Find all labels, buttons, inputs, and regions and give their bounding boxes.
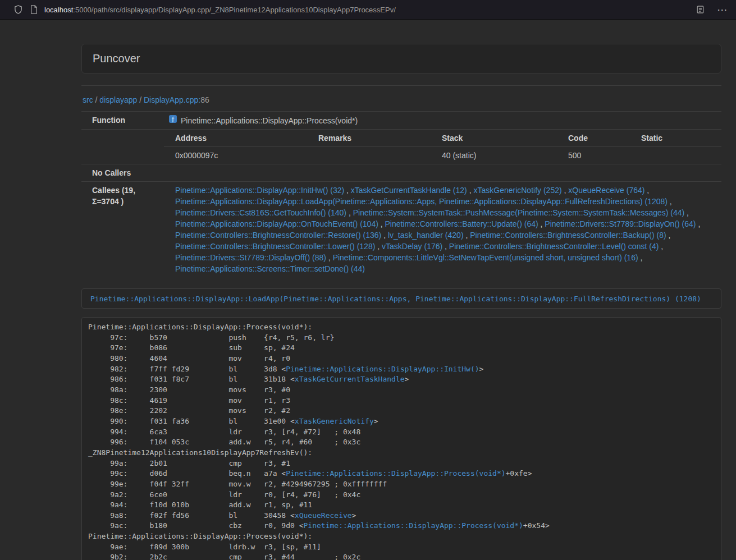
stats-header-row: AddressRemarksStackCodeStatic [164,130,721,147]
breadcrumb-link[interactable]: DisplayApp.cpp: [144,95,200,104]
url-path: :5000/path/src/displayapp/DisplayApp.cpp… [73,6,396,14]
callee-link[interactable]: vTaskDelay (176) [382,242,442,251]
stats-value [307,147,431,164]
callee-separator: , [562,186,569,195]
callees-row: Callees (19, Σ=3704 ) Pinetime::Applicat… [81,182,721,278]
url-text: localhost:5000/path/src/displayapp/Displ… [44,6,396,14]
callee-separator: , [684,208,689,217]
callee-link[interactable]: Pinetime::Applications::DisplayApp::Init… [175,186,344,195]
callee-link[interactable]: Pinetime::Controllers::BrightnessControl… [175,242,375,251]
callee-separator: , [638,253,643,262]
reader-view-icon[interactable] [696,5,705,14]
stats-header: Static [630,130,721,147]
callee-separator: , [538,219,545,228]
symbol-link[interactable]: xTaskGenericNotify [295,417,374,425]
stats-value: 0x0000097c [164,147,307,164]
symbol-link[interactable]: Pinetime::Applications::DisplayApp::Proc… [304,521,523,530]
highlighted-symbol-box: Pinetime::Applications::DisplayApp::Load… [81,288,721,309]
function-label: Function [81,112,164,130]
symbol-link[interactable]: Pinetime::Applications::DisplayApp::Proc… [286,469,505,478]
callee-link[interactable]: lv_task_handler (420) [388,231,464,240]
stats-value [630,147,721,164]
symbol-link[interactable]: xTaskGetCurrentTaskHandle [295,375,405,383]
url-host: localhost [44,6,73,14]
callee-separator: , [326,253,333,262]
callee-link[interactable]: Pinetime::Controllers::BrightnessControl… [470,231,666,240]
callee-link[interactable]: Pinetime::Components::LittleVgl::SetNewT… [333,253,638,262]
function-row: Function ƒ Pinetime::Applications::Displ… [81,112,721,130]
divider [81,85,721,86]
callee-link[interactable]: xTaskGetCurrentTaskHandle (12) [351,186,467,195]
symbol-link[interactable]: xQueueReceive [295,511,352,520]
breadcrumb-line-number: 86 [200,95,209,104]
callee-separator: , [644,186,649,195]
callees-label: Callees (19, Σ=3704 ) [81,182,164,278]
callee-separator: , [464,231,470,240]
stats-row: AddressRemarksStackCodeStatic 0x0000097c… [81,130,721,164]
stats-value: 500 [557,147,630,164]
breadcrumb-separator: / [137,95,144,104]
callee-separator: , [381,231,388,240]
app-title[interactable]: Puncover [93,52,140,65]
callee-link[interactable]: xQueueReceive (764) [568,186,644,195]
callee-link[interactable]: Pinetime::Applications::DisplayApp::Load… [175,197,668,206]
page-info-icon[interactable] [30,5,38,14]
callee-separator: , [375,242,382,251]
callee-link[interactable]: Pinetime::Applications::Screens::Timer::… [175,264,365,273]
callee-link[interactable]: Pinetime::Drivers::St7789::DisplayOn() (… [545,219,696,228]
disassembly: Pinetime::Applications::DisplayApp::Proc… [81,317,721,560]
highlighted-symbol-link[interactable]: Pinetime::Applications::DisplayApp::Load… [90,295,701,303]
callee-link[interactable]: Pinetime::Controllers::Battery::Update()… [385,219,538,228]
callee-link[interactable]: Pinetime::Drivers::St7789::DisplayOff() … [175,253,326,262]
stats-header: Code [557,130,630,147]
callees-list: Pinetime::Applications::DisplayApp::Init… [175,185,717,274]
stats-header: Stack [431,130,557,147]
function-icon: ƒ [168,114,177,126]
callee-link[interactable]: Pinetime::Controllers::BrightnessControl… [449,242,659,251]
callee-separator: , [467,186,474,195]
callee-link[interactable]: xTaskGenericNotify (252) [473,186,561,195]
function-name: Pinetime::Applications::DisplayApp::Proc… [181,115,358,126]
svg-text:ƒ: ƒ [171,116,175,122]
url-bar[interactable]: localhost:5000/path/src/displayapp/Displ… [30,2,689,17]
function-table: Function ƒ Pinetime::Applications::Displ… [81,111,721,277]
stats-value-row: 0x0000097c40 (static)500 [164,147,721,164]
page-container: Puncover src / displayapp / DisplayApp.c… [81,44,721,560]
no-callers-label: No Callers [81,164,164,182]
breadcrumb-separator: / [93,95,100,104]
callee-separator: , [659,242,663,251]
stats-table: AddressRemarksStackCodeStatic 0x0000097c… [164,130,721,164]
breadcrumb-link[interactable]: displayapp [99,95,137,104]
callee-separator: , [344,186,351,195]
stats-value: 40 (static) [431,147,557,164]
callee-separator: , [666,231,671,240]
app-title-banner: Puncover [81,44,721,74]
overflow-menu-icon[interactable]: ⋯ [717,4,728,15]
chrome-actions: ⋯ [696,4,728,15]
callee-separator: , [696,219,701,228]
stats-header: Remarks [307,130,431,147]
callee-link[interactable]: Pinetime::System::SystemTask::PushMessag… [353,208,685,217]
stats-header: Address [164,130,307,147]
callee-separator: , [668,197,672,206]
symbol-link[interactable]: Pinetime::Applications::DisplayApp::Init… [286,365,479,373]
callee-separator: , [346,208,353,217]
callee-separator: , [442,242,449,251]
callee-link[interactable]: Pinetime::Applications::DisplayApp::OnTo… [175,219,378,228]
breadcrumb: src / displayapp / DisplayApp.cpp:86 [81,95,721,104]
callee-link[interactable]: Pinetime::Controllers::BrightnessControl… [175,231,381,240]
callee-separator: , [378,219,385,228]
no-callers-row: No Callers [81,164,721,182]
callee-link[interactable]: Pinetime::Drivers::Cst816S::GetTouchInfo… [175,208,346,217]
breadcrumb-link[interactable]: src [83,95,93,104]
browser-chrome: localhost:5000/path/src/displayapp/Displ… [0,0,736,20]
shield-icon[interactable] [13,4,23,15]
